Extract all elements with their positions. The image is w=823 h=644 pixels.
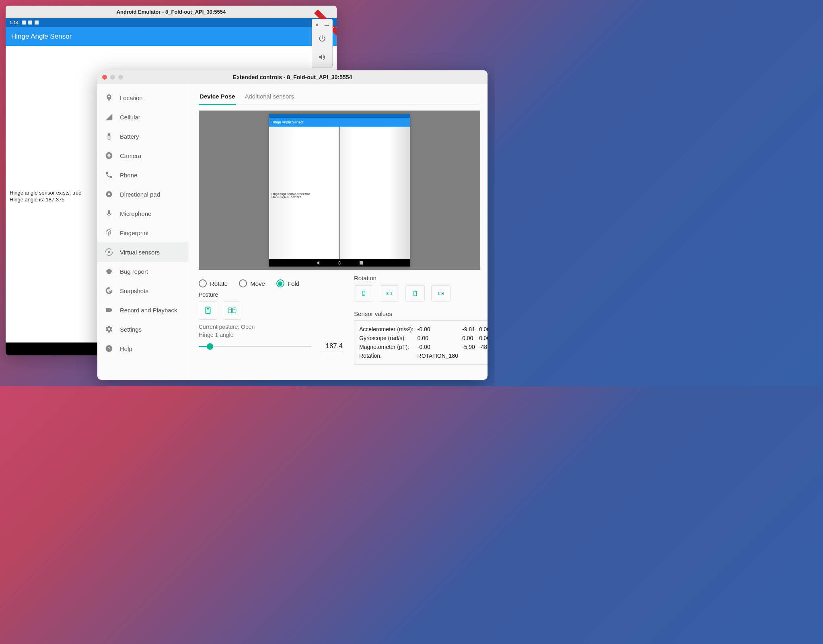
battery-icon bbox=[105, 132, 113, 141]
sidebar-item-label: Microphone bbox=[120, 210, 151, 217]
sidebar-item-virtual-sensors[interactable]: Virtual sensors bbox=[97, 242, 189, 262]
settings-icon bbox=[105, 325, 113, 334]
tab-device-pose[interactable]: Device Pose bbox=[199, 90, 236, 105]
window-traffic-lights bbox=[102, 75, 123, 80]
radio-fold[interactable]: Fold bbox=[276, 279, 299, 287]
virtual-sensors-icon bbox=[105, 248, 113, 256]
status-left-icons bbox=[22, 21, 39, 25]
sidebar-item-cellular[interactable]: Cellular bbox=[97, 107, 189, 127]
phone-landscape-reverse-icon bbox=[436, 290, 445, 297]
sensor-value: -9.81 bbox=[462, 325, 479, 334]
window-minimize-button[interactable] bbox=[110, 75, 115, 80]
svg-text:?: ? bbox=[108, 346, 110, 351]
sidebar-item-label: Snapshots bbox=[120, 287, 148, 294]
power-button[interactable] bbox=[313, 30, 332, 47]
radio-icon bbox=[199, 279, 207, 287]
radio-move-label: Move bbox=[250, 280, 265, 287]
sensor-row: Accelerometer (m/s²):-0.00-9.810.00 bbox=[359, 325, 488, 334]
cellular-icon bbox=[105, 113, 113, 121]
readout-exists: Hinge angle sensor exists: true bbox=[10, 190, 81, 197]
posture-closed-button[interactable] bbox=[199, 301, 217, 320]
slider-thumb[interactable] bbox=[207, 343, 213, 350]
record-icon bbox=[105, 306, 113, 314]
sidebar-item-label: Cellular bbox=[120, 114, 140, 121]
sidebar-item-camera[interactable]: Camera bbox=[97, 146, 189, 165]
radio-icon bbox=[276, 279, 284, 287]
sidebar-item-label: Fingerprint bbox=[120, 230, 149, 236]
sidebar-item-battery[interactable]: Battery bbox=[97, 127, 189, 146]
sidebar-item-bug-report[interactable]: Bug report bbox=[97, 262, 189, 281]
rotation-landscape-left-button[interactable] bbox=[380, 285, 399, 301]
sensor-values-label: Sensor values bbox=[354, 310, 488, 317]
preview-body: Hinge angle sensor exists: true Hinge an… bbox=[269, 127, 410, 259]
readout-angle: Hinge angle is: 187.375 bbox=[10, 197, 81, 203]
radio-rotate[interactable]: Rotate bbox=[199, 279, 228, 287]
svg-point-15 bbox=[387, 293, 388, 293]
emulator-title: Android Emulator - 8_Fold-out_API_30:555… bbox=[117, 9, 226, 15]
bug-report-icon bbox=[105, 267, 113, 276]
sidebar-item-settings[interactable]: Settings bbox=[97, 320, 189, 339]
posture-open-icon bbox=[228, 306, 237, 315]
preview-hinge-line bbox=[339, 127, 340, 259]
sidebar-item-dpad[interactable]: Directional pad bbox=[97, 185, 189, 204]
svg-rect-8 bbox=[228, 308, 231, 313]
sidebar-item-phone[interactable]: Phone bbox=[97, 165, 189, 185]
svg-point-1 bbox=[108, 193, 110, 195]
rotation-landscape-right-button[interactable] bbox=[431, 285, 451, 301]
rotation-portrait-reverse-button[interactable] bbox=[405, 285, 425, 301]
sidebar-item-microphone[interactable]: Microphone bbox=[97, 204, 189, 223]
sensor-value: ROTATION_180 bbox=[418, 351, 462, 360]
window-close-button[interactable] bbox=[102, 75, 107, 80]
location-icon bbox=[105, 93, 113, 102]
sidebar-item-label: Virtual sensors bbox=[120, 249, 160, 256]
preview-device: Hinge Angle Sensor Hinge angle sensor ex… bbox=[269, 114, 410, 267]
rotation-portrait-button[interactable] bbox=[354, 285, 373, 301]
phone-landscape-icon bbox=[385, 290, 394, 297]
preview-readout-angle: Hinge angle is: 187.375 bbox=[272, 196, 310, 199]
dpad-icon bbox=[105, 190, 113, 199]
sensor-name: Accelerometer (m/s²): bbox=[359, 325, 418, 334]
svg-point-17 bbox=[415, 291, 415, 292]
sidebar-item-record[interactable]: Record and Playback bbox=[97, 300, 189, 320]
emulator-toolbar: ✕ — bbox=[312, 19, 333, 68]
sensor-name: Rotation: bbox=[359, 351, 418, 360]
sidebar-item-label: Bug report bbox=[120, 268, 148, 275]
app-title: Hinge Angle Sensor bbox=[11, 33, 72, 41]
hinge-angle-slider[interactable] bbox=[199, 346, 311, 347]
sidebar-item-fingerprint[interactable]: Fingerprint bbox=[97, 223, 189, 242]
sensor-readout: Hinge angle sensor exists: true Hinge an… bbox=[10, 190, 81, 203]
sensor-value: -5.90 bbox=[462, 343, 479, 351]
microphone-icon bbox=[105, 209, 113, 218]
device-pose-preview[interactable]: Hinge Angle Sensor Hinge angle sensor ex… bbox=[199, 111, 480, 270]
preview-readout-exists: Hinge angle sensor exists: true bbox=[272, 193, 310, 196]
phone-icon bbox=[105, 170, 113, 179]
sidebar-item-help[interactable]: ?Help bbox=[97, 339, 189, 358]
volume-button[interactable] bbox=[313, 48, 332, 66]
radio-move[interactable]: Move bbox=[239, 279, 265, 287]
toolbar-minimize-icon[interactable]: — bbox=[325, 23, 329, 27]
sensor-tabs: Device Pose Additional sensors bbox=[199, 90, 478, 105]
sidebar-item-snapshots[interactable]: Snapshots bbox=[97, 281, 189, 300]
radio-icon bbox=[239, 279, 247, 287]
sensor-row: Gyroscope (rad/s):0.000.000.00 bbox=[359, 334, 488, 343]
posture-closed-icon bbox=[204, 306, 212, 315]
hinge-angle-value[interactable]: 187.4 bbox=[319, 341, 344, 351]
toolbar-close-icon[interactable]: ✕ bbox=[315, 23, 320, 27]
sidebar-item-location[interactable]: Location bbox=[97, 88, 189, 107]
radio-rotate-label: Rotate bbox=[210, 280, 228, 287]
sensor-values-table: Accelerometer (m/s²):-0.00-9.810.00Gyros… bbox=[359, 325, 488, 360]
preview-readout: Hinge angle sensor exists: true Hinge an… bbox=[272, 193, 310, 199]
phone-portrait-icon bbox=[359, 290, 368, 297]
status-time: 1:14 bbox=[10, 20, 19, 25]
posture-open-button[interactable] bbox=[223, 301, 241, 320]
preview-statusbar bbox=[269, 114, 410, 118]
tab-additional-sensors[interactable]: Additional sensors bbox=[244, 90, 295, 105]
window-maximize-button[interactable] bbox=[118, 75, 123, 80]
hinge-angle-label: Hinge 1 angle bbox=[199, 332, 344, 338]
help-icon: ? bbox=[105, 344, 113, 353]
android-statusbar: 1:14 bbox=[6, 18, 337, 27]
extended-titlebar: Extended controls - 8_Fold-out_API_30:55… bbox=[97, 70, 488, 84]
sensor-value: 0.00 bbox=[479, 334, 488, 343]
preview-navbar bbox=[269, 259, 410, 267]
snapshots-icon bbox=[105, 286, 113, 295]
